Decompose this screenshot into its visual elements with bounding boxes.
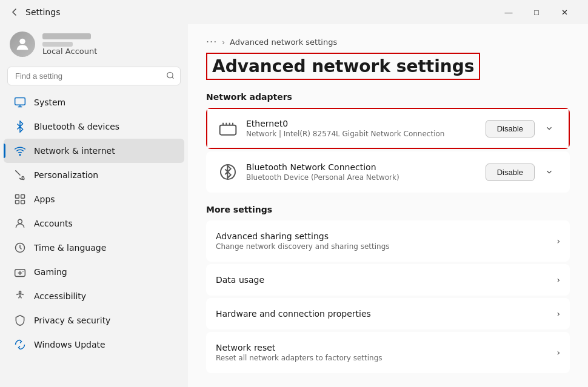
bluetooth-network-disable-button[interactable]: Disable [486, 164, 535, 181]
nav-item-system[interactable]: System [4, 90, 184, 114]
data-usage-title: Data usage [216, 275, 556, 285]
nav-label-gaming: Gaming [34, 267, 67, 277]
minimize-button[interactable]: — [495, 2, 523, 22]
ethernet-adapter: Ethernet0 Network | Intel(R) 82574L Giga… [206, 108, 570, 149]
avatar [10, 31, 35, 57]
network-reset-title: Network reset [216, 343, 556, 352]
nav-label-personalization: Personalization [34, 170, 98, 180]
back-icon[interactable] [10, 7, 19, 17]
nav-label-network: Network & internet [34, 146, 115, 156]
adapters-section-title: Network adapters [206, 92, 570, 102]
bluetooth-network-name: Bluetooth Network Connection [246, 162, 478, 172]
maximize-button[interactable]: □ [523, 2, 550, 22]
nav-item-privacy[interactable]: Privacy & security [4, 308, 184, 332]
svg-point-0 [19, 39, 25, 44]
breadcrumb-dots: ··· [206, 36, 217, 48]
nav-label-accessibility: Accessibility [34, 291, 86, 301]
advanced-sharing-info: Advanced sharing settings Change network… [216, 231, 556, 251]
ethernet-desc: Network | Intel(R) 82574L Gigabit Networ… [246, 130, 478, 138]
advanced-sharing-arrow: › [556, 236, 560, 246]
network-reset-arrow: › [556, 348, 560, 357]
svg-point-11 [19, 291, 21, 293]
bluetooth-adapter: Bluetooth Network Connection Bluetooth D… [206, 151, 570, 193]
bluetooth-network-controls: Disable [486, 162, 559, 182]
sidebar: Local Account System [0, 24, 188, 387]
nav-item-apps[interactable]: Apps [4, 187, 184, 211]
user-profile: Local Account [0, 24, 188, 67]
network-reset-desc: Reset all network adapters to factory se… [216, 354, 556, 362]
advanced-sharing-desc: Change network discovery and sharing set… [216, 242, 556, 251]
privacy-icon [13, 314, 27, 327]
advanced-sharing-row[interactable]: Advanced sharing settings Change network… [206, 220, 570, 262]
bluetooth-icon [13, 120, 27, 133]
hardware-props-info: Hardware and connection properties [216, 309, 556, 319]
bluetooth-network-desc: Bluetooth Device (Personal Area Network) [246, 173, 478, 182]
ethernet-name: Ethernet0 [246, 119, 478, 128]
window-title: Settings [25, 7, 60, 17]
update-icon [13, 338, 27, 351]
nav-item-update[interactable]: Windows Update [4, 332, 184, 357]
title-bar: Settings — □ ✕ [0, 0, 588, 24]
title-bar-left: Settings [10, 7, 60, 17]
search-box [7, 67, 181, 85]
advanced-sharing-title: Advanced sharing settings [216, 231, 556, 241]
nav-label-bluetooth: Bluetooth & devices [34, 122, 119, 131]
nav-item-accounts[interactable]: Accounts [4, 211, 184, 236]
search-input[interactable] [7, 67, 181, 85]
bluetooth-network-expand-button[interactable] [540, 162, 559, 182]
ethernet-icon [217, 117, 239, 139]
data-usage-info: Data usage [216, 275, 556, 285]
page-title: Advanced network settings [206, 53, 480, 80]
brush-icon [13, 168, 27, 182]
user-name-bar2 [42, 42, 73, 47]
apps-icon [13, 193, 27, 206]
search-icon [166, 71, 175, 81]
gaming-icon [13, 265, 27, 279]
svg-rect-7 [21, 200, 25, 204]
content-area: Local Account System [0, 24, 588, 387]
hardware-props-title: Hardware and connection properties [216, 309, 556, 319]
nav-label-update: Windows Update [34, 340, 105, 349]
user-local-label: Local Account [42, 47, 97, 56]
ethernet-adapter-card: Ethernet0 Network | Intel(R) 82574L Giga… [206, 108, 570, 149]
svg-rect-12 [220, 125, 236, 135]
nav-label-time: Time & language [34, 243, 106, 253]
time-icon [13, 241, 27, 254]
network-reset-row[interactable]: Network reset Reset all network adapters… [206, 332, 570, 373]
nav-item-gaming[interactable]: Gaming [4, 260, 184, 284]
nav-item-accessibility[interactable]: Accessibility [4, 284, 184, 308]
data-usage-row[interactable]: Data usage › [206, 264, 570, 296]
breadcrumb-current: Advanced network settings [230, 38, 337, 47]
hardware-props-arrow: › [556, 309, 560, 319]
nav-item-personalization[interactable]: Personalization [4, 163, 184, 187]
nav-label-apps: Apps [34, 194, 55, 204]
svg-point-3 [19, 154, 21, 156]
hardware-props-row[interactable]: Hardware and connection properties › [206, 298, 570, 329]
close-button[interactable]: ✕ [550, 2, 578, 22]
bluetooth-network-icon [217, 161, 239, 183]
more-settings-title: More settings [206, 205, 570, 214]
main-content: ··· › Advanced network settings Advanced… [188, 24, 588, 387]
adapters-section: Network adapters Ethernet0 [206, 92, 570, 193]
ethernet-expand-button[interactable] [540, 119, 559, 138]
svg-point-8 [18, 219, 22, 223]
svg-point-1 [167, 72, 173, 78]
bluetooth-network-info: Bluetooth Network Connection Bluetooth D… [246, 162, 478, 182]
breadcrumb-arrow: › [222, 38, 225, 47]
svg-rect-6 [16, 200, 19, 204]
svg-rect-5 [21, 195, 25, 199]
nav-item-time[interactable]: Time & language [4, 236, 184, 260]
user-name-area: Local Account [42, 33, 97, 56]
ethernet-disable-button[interactable]: Disable [486, 120, 535, 137]
nav-label-privacy: Privacy & security [34, 316, 110, 325]
svg-rect-2 [15, 98, 25, 105]
accessibility-icon [13, 289, 27, 303]
nav-item-bluetooth[interactable]: Bluetooth & devices [4, 114, 184, 139]
accounts-icon [13, 217, 27, 230]
user-name-bar [42, 33, 91, 39]
title-bar-controls: — □ ✕ [495, 2, 578, 22]
nav-item-network[interactable]: Network & internet [4, 139, 184, 163]
ethernet-controls: Disable [486, 119, 559, 138]
svg-rect-4 [16, 195, 19, 199]
settings-window: Settings — □ ✕ Local Account [0, 0, 588, 387]
